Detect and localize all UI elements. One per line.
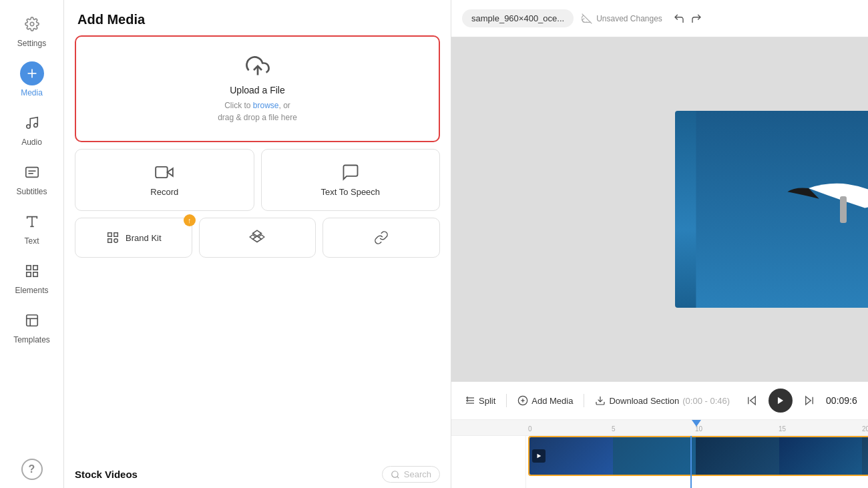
unsaved-text: Unsaved Changes [596,14,662,23]
help-button[interactable]: ? [21,459,43,480]
download-section-button[interactable]: Download Section (0:00 - 0:46) [595,395,730,406]
elements-icon [25,264,39,278]
skip-back-button[interactable] [746,395,758,407]
frame-2 [613,437,696,475]
brand-kit-icon [105,230,120,245]
subtitles-icon [25,165,39,180]
sidebar-item-subtitles[interactable]: Subtitles [0,154,63,203]
divider [584,394,584,407]
record-card[interactable]: Record [75,149,254,211]
timeline-ruler: 0 5 10 15 20 25 30 35 40 45 [451,420,868,436]
split-button[interactable]: Split [465,395,495,406]
sidebar-item-label: Media [21,88,43,97]
undo-button[interactable] [673,13,685,25]
play-icon [776,396,785,405]
main-panel: Add Media Upload a File Click to browse,… [64,0,451,488]
timeline-strip-area [451,436,868,488]
mark-5: 5 [612,425,616,433]
frame-3 [696,437,779,475]
sidebar-item-label: Settings [17,39,46,48]
sidebar-item-label: Elements [15,286,48,295]
search-icon [391,470,400,479]
svg-point-3 [26,125,30,129]
undo-redo [673,13,702,25]
skip-forward-icon [803,395,815,407]
bird-silhouette [675,111,868,308]
dropbox-card[interactable] [199,218,316,258]
preview-topbar: sample_960×400_oce... Unsaved Changes Si… [451,0,868,37]
preview-area: sample_960×400_oce... Unsaved Changes Si… [451,0,868,488]
timeline-strip[interactable] [528,436,868,476]
sidebar-item-templates[interactable]: Templates [0,302,63,351]
play-button[interactable] [769,389,793,413]
upload-pre: Click to [224,101,253,110]
text-to-speech-card[interactable]: Text To Speech [261,149,441,211]
add-media-button[interactable]: Add Media [517,395,573,406]
media-icon [25,66,39,81]
secondary-row: Record Text To Speech [75,149,440,211]
dropbox-icon [248,229,266,246]
media-icon-wrap [20,61,44,85]
svg-rect-14 [26,315,37,326]
left-resize-handle[interactable] [840,196,847,223]
upload-title: Upload a File [230,85,285,95]
strip-play [535,453,542,459]
text-icon [25,214,39,229]
stock-header: Stock Videos Search [75,466,440,483]
elements-icon-wrap [20,259,44,283]
sidebar-item-audio[interactable]: Audio [0,104,63,154]
sidebar-item-label: Subtitles [16,187,47,196]
svg-marker-35 [806,397,811,405]
sidebar-item-settings[interactable]: Settings [0,5,63,55]
sidebar-item-text[interactable]: Text [0,203,63,252]
video-preview [675,111,868,308]
strip-play-icon[interactable] [532,449,546,463]
divider [506,394,507,407]
sidebar-item-media[interactable]: Media [0,55,63,104]
svg-point-20 [392,471,398,477]
link-card[interactable] [322,218,440,258]
timeline-area: Split Add Media Download Section (0:00 -… [451,381,868,488]
link-icon [374,230,389,245]
mark-15: 15 [779,425,786,433]
upload-area[interactable]: Upload a File Click to browse, ordrag & … [75,35,440,142]
svg-point-0 [30,22,34,26]
svg-point-19 [114,239,118,243]
mark-20: 20 [862,425,868,433]
brand-kit-card[interactable]: ↑ Brand Kit [75,218,192,258]
svg-rect-5 [25,168,37,178]
text-to-speech-icon [341,163,360,182]
download-range: (0:00 - 0:46) [682,396,730,406]
search-placeholder: Search [404,469,431,479]
ruler-mark: 0 [528,425,612,433]
text-icon-wrap [20,210,44,234]
browse-link[interactable]: browse [253,101,279,110]
ruler-mark: 15 [779,425,862,433]
playhead-triangle [692,420,701,427]
stock-title: Stock Videos [75,469,138,480]
stock-search[interactable]: Search [382,466,440,483]
project-name[interactable]: sample_960×400_oce... [462,9,574,27]
timeline-toolbar: Split Add Media Download Section (0:00 -… [451,382,868,420]
svg-point-4 [33,124,37,128]
record-icon [155,163,174,182]
video-preview-wrap [451,37,868,381]
svg-rect-18 [156,167,168,178]
unsaved-status: Unsaved Changes [582,13,662,24]
media-grid: Upload a File Click to browse, ordrag & … [64,35,451,457]
redo-button[interactable] [690,13,702,25]
video-content [675,111,868,308]
panel-title: Add Media [64,0,451,35]
settings-icon [25,17,39,31]
playhead[interactable] [692,420,701,427]
sidebar-item-label: Templates [13,335,50,344]
svg-rect-12 [26,272,30,276]
skip-forward-button[interactable] [803,395,815,407]
svg-rect-13 [33,272,37,276]
sidebar-item-elements[interactable]: Elements [0,252,63,302]
upgrade-badge: ↑ [184,214,196,226]
text-to-speech-label: Text To Speech [320,187,380,197]
frame-5 [862,437,868,475]
settings-icon-wrap [20,12,44,36]
download-section-label: Download Section [609,396,679,406]
